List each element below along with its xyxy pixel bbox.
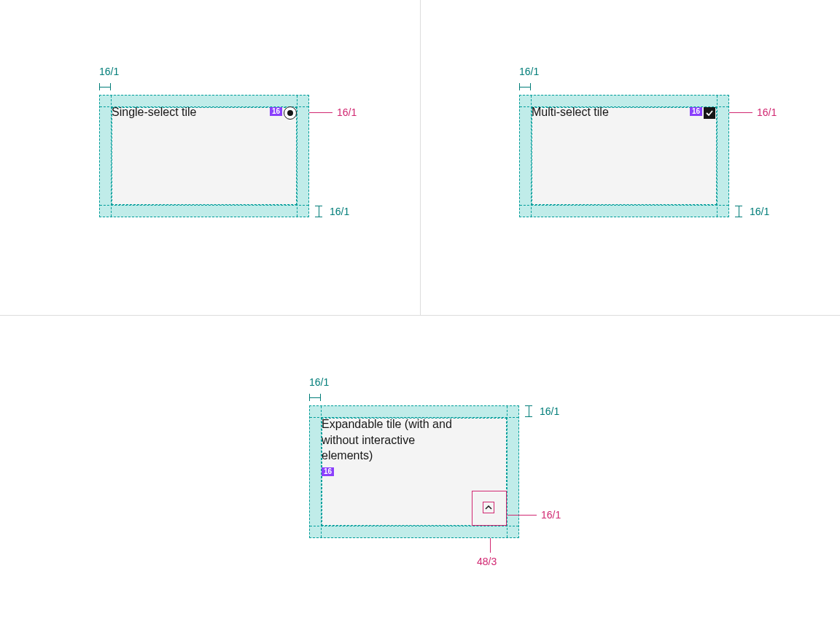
expand-tap-target[interactable] bbox=[472, 491, 507, 526]
dim-checkbox-icon: 16/1 bbox=[757, 106, 777, 118]
dim-padding-bottom: 16/1 bbox=[330, 206, 349, 217]
dim-padding-top: 16/1 bbox=[540, 405, 559, 417]
multi-select-spec: 16/1 Multi-select tile 16 16/1 16/1 bbox=[478, 66, 688, 188]
tile-expandable: Expandable tile (with and without intera… bbox=[309, 405, 519, 538]
tile-title: Single-select tile bbox=[112, 106, 197, 119]
tile-multi-select: Multi-select tile 16 bbox=[519, 95, 729, 217]
bracket-pad-bottom bbox=[315, 206, 322, 217]
radio-dot bbox=[287, 110, 293, 116]
dim-chevron-icon: 16/1 bbox=[541, 509, 561, 521]
dim-padding-top-left: 16/1 bbox=[309, 376, 329, 388]
size-badge-16: 16 bbox=[270, 107, 282, 116]
dim-expand-tap: 48/3 bbox=[477, 556, 497, 567]
expandable-spec: 16/1 Expandable tile (with and without i… bbox=[268, 376, 478, 509]
chevron-up-icon bbox=[484, 503, 493, 512]
single-select-spec: 16/1 Single-select tile 16 16/1 16/1 bbox=[58, 66, 268, 188]
leader-tap-target-left bbox=[490, 538, 491, 553]
checkmark-icon bbox=[705, 109, 714, 117]
bracket-pad-top bbox=[525, 405, 532, 417]
leader-checkbox bbox=[729, 112, 752, 113]
dim-padding-top-left: 16/1 bbox=[99, 66, 119, 77]
tile-title: Expandable tile (with and without intera… bbox=[322, 416, 467, 464]
dim-padding-bottom: 16/1 bbox=[750, 206, 769, 217]
dim-radio-icon: 16/1 bbox=[337, 106, 357, 118]
leader-radio bbox=[309, 112, 332, 113]
radio-icon[interactable] bbox=[284, 106, 297, 120]
bracket-pad-left bbox=[309, 394, 321, 401]
bracket-pad-bottom bbox=[735, 206, 742, 217]
tile-single-select: Single-select tile 16 bbox=[99, 95, 309, 217]
spec-canvas: 16/1 Single-select tile 16 16/1 16/1 16/… bbox=[0, 0, 840, 630]
bracket-pad-left bbox=[99, 83, 111, 90]
size-badge-16: 16 bbox=[690, 107, 702, 116]
dim-padding-top-left: 16/1 bbox=[519, 66, 539, 77]
panel-divider-vertical bbox=[420, 0, 421, 315]
chevron-box bbox=[483, 502, 494, 513]
bracket-pad-left bbox=[519, 83, 531, 90]
leader-chevron bbox=[508, 515, 537, 516]
checkbox-icon[interactable] bbox=[704, 107, 715, 119]
tile-title: Multi-select tile bbox=[532, 106, 609, 119]
panel-divider-horizontal bbox=[0, 315, 840, 316]
size-badge-16: 16 bbox=[322, 467, 334, 476]
